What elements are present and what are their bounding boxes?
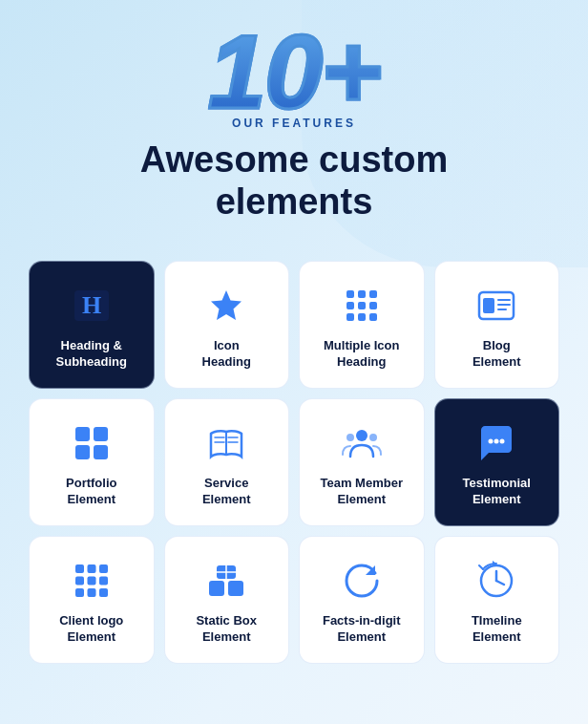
heading-icon: H bbox=[69, 283, 115, 329]
svg-point-29 bbox=[489, 439, 494, 444]
svg-point-31 bbox=[500, 439, 505, 444]
item-label-testimonial-element: TestimonialElement bbox=[463, 476, 531, 508]
svg-rect-7 bbox=[358, 302, 366, 309]
item-label-blog-element: BlogElement bbox=[472, 338, 521, 371]
blog-icon bbox=[473, 283, 519, 329]
grid-item-portfolio-element[interactable]: PortfolioElement bbox=[29, 398, 155, 526]
item-label-icon-heading: IconHeading bbox=[202, 338, 251, 371]
svg-rect-38 bbox=[75, 588, 84, 597]
grid-item-timeline-element[interactable]: TImelineElement bbox=[434, 536, 560, 664]
svg-rect-17 bbox=[75, 427, 90, 441]
svg-point-30 bbox=[494, 439, 499, 444]
item-label-service-element: ServiceElement bbox=[202, 476, 251, 508]
grid-nine-icon bbox=[69, 558, 115, 604]
main-container: 10+ OUR FEATURES Awesome custom elements… bbox=[0, 0, 588, 683]
svg-point-27 bbox=[346, 434, 354, 441]
grid-item-client-logo-element[interactable]: Client logoElement bbox=[29, 536, 155, 664]
svg-rect-34 bbox=[99, 564, 108, 573]
grid-item-service-element[interactable]: ServiceElement bbox=[164, 398, 290, 526]
svg-rect-8 bbox=[369, 302, 377, 309]
svg-line-49 bbox=[496, 581, 504, 585]
item-label-client-logo-element: Client logoElement bbox=[59, 613, 123, 646]
features-label: OUR FEATURES bbox=[29, 117, 559, 130]
grid-item-multiple-icon-heading[interactable]: Multiple IconHeading bbox=[299, 261, 425, 389]
open-book-icon bbox=[203, 420, 249, 466]
chat-icon bbox=[473, 420, 519, 466]
svg-rect-32 bbox=[75, 564, 84, 573]
refresh-icon bbox=[339, 558, 385, 604]
grid-item-blog-element[interactable]: BlogElement bbox=[434, 261, 560, 389]
svg-rect-37 bbox=[99, 576, 108, 585]
svg-rect-39 bbox=[87, 588, 95, 597]
svg-rect-19 bbox=[75, 445, 90, 459]
svg-rect-42 bbox=[228, 581, 243, 596]
hero-section: 10+ OUR FEATURES Awesome custom elements bbox=[29, 19, 559, 242]
svg-rect-10 bbox=[358, 313, 366, 321]
item-label-timeline-element: TImelineElement bbox=[472, 613, 522, 646]
svg-rect-40 bbox=[99, 588, 108, 597]
grid-item-icon-heading[interactable]: IconHeading bbox=[164, 261, 290, 389]
svg-rect-13 bbox=[483, 298, 494, 313]
star-icon bbox=[203, 283, 249, 329]
big-number: 10+ bbox=[208, 19, 381, 124]
item-label-portfolio-element: PortfolioElement bbox=[66, 476, 116, 508]
svg-rect-18 bbox=[94, 427, 108, 441]
item-label-heading-subheading: Heading &Subheading bbox=[56, 338, 127, 371]
grid-dots-icon bbox=[339, 283, 385, 329]
svg-text:H: H bbox=[82, 291, 101, 319]
svg-rect-35 bbox=[75, 576, 84, 585]
team-icon bbox=[339, 420, 385, 466]
svg-rect-33 bbox=[87, 564, 95, 573]
svg-rect-41 bbox=[209, 581, 224, 596]
item-label-multiple-icon-heading: Multiple IconHeading bbox=[324, 338, 399, 371]
item-label-facts-in-digit-element: Facts-in-digitElement bbox=[323, 613, 401, 646]
svg-rect-5 bbox=[369, 290, 377, 298]
svg-rect-36 bbox=[87, 576, 95, 585]
svg-point-28 bbox=[369, 434, 377, 441]
svg-point-26 bbox=[356, 430, 368, 441]
boxes-icon bbox=[203, 558, 249, 604]
grid-item-testimonial-element[interactable]: TestimonialElement bbox=[434, 398, 560, 526]
grid-item-heading-subheading[interactable]: H Heading &Subheading bbox=[29, 261, 155, 389]
grid-item-team-member-element[interactable]: Team MemberElement bbox=[299, 398, 425, 526]
features-grid: H Heading &Subheading IconHeading Multip… bbox=[29, 261, 559, 663]
grid-item-static-box-element[interactable]: Static BoxElement bbox=[164, 536, 290, 664]
svg-rect-4 bbox=[358, 290, 366, 298]
item-label-team-member-element: Team MemberElement bbox=[321, 476, 403, 508]
main-heading: Awesome custom elements bbox=[29, 139, 559, 223]
svg-marker-2 bbox=[211, 290, 242, 320]
item-label-static-box-element: Static BoxElement bbox=[196, 613, 257, 646]
svg-rect-9 bbox=[346, 313, 354, 321]
svg-rect-11 bbox=[369, 313, 377, 321]
grid-item-facts-in-digit-element[interactable]: Facts-in-digitElement bbox=[299, 536, 425, 664]
svg-rect-20 bbox=[94, 445, 108, 459]
four-squares-icon bbox=[69, 420, 115, 466]
svg-rect-3 bbox=[346, 290, 354, 298]
svg-rect-6 bbox=[346, 302, 354, 309]
clock-icon bbox=[473, 558, 519, 604]
